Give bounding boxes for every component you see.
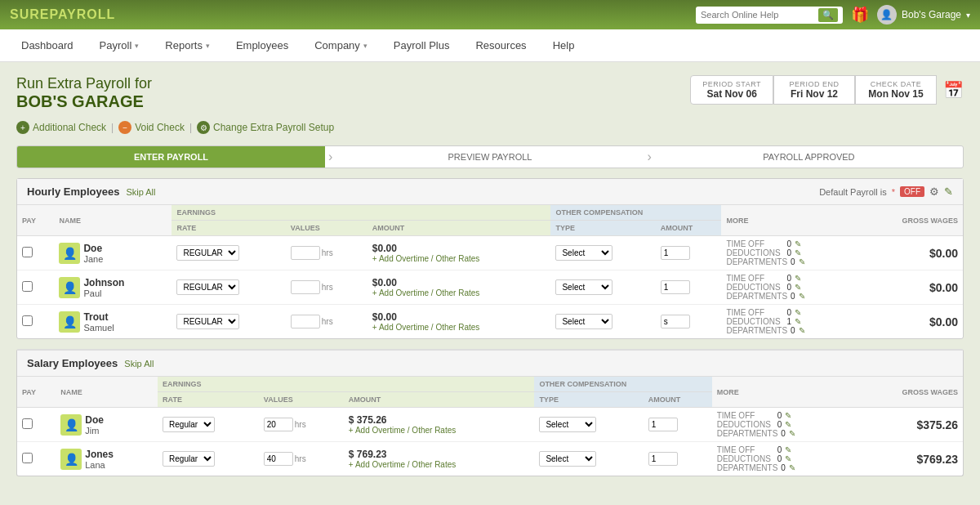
table-row: 👤 Doe Jane REGULARhrs$0.00+ Add Overtime…: [17, 236, 963, 270]
deductions-edit-icon[interactable]: ✎: [795, 283, 801, 292]
nav-company[interactable]: Company▾: [301, 29, 381, 61]
type-cell: Select: [550, 236, 655, 270]
values-input[interactable]: [291, 280, 320, 294]
nav-help[interactable]: Help: [540, 29, 588, 61]
nav-payroll-plus[interactable]: Payroll Plus: [381, 29, 463, 61]
type-select[interactable]: Select: [539, 451, 596, 467]
departments-label: DEPARTMENTS: [726, 326, 787, 335]
nav-resources[interactable]: Resources: [462, 29, 539, 61]
comp-amount-cell: [644, 408, 712, 442]
col-name-s: NAME: [56, 377, 158, 408]
values-input[interactable]: [264, 418, 293, 431]
person-icon: 👤: [65, 418, 78, 431]
pencil-button[interactable]: ✎: [944, 185, 953, 198]
time-off-edit-icon[interactable]: ✎: [795, 239, 801, 248]
nav-reports[interactable]: Reports▾: [152, 29, 223, 61]
sub-col-rate: RATE: [172, 221, 285, 236]
salary-table: PAY NAME EARNINGS OTHER COMPENSATION MOR…: [17, 377, 963, 476]
values-input[interactable]: [291, 246, 320, 260]
deductions-edit-icon[interactable]: ✎: [785, 454, 791, 463]
deductions-edit-icon[interactable]: ✎: [785, 420, 791, 429]
nav-dashboard[interactable]: Dashboard: [8, 29, 87, 61]
departments-edit-icon[interactable]: ✎: [799, 257, 805, 266]
action-links: + Additional Check | − Void Check | ⚙ Ch…: [16, 121, 964, 134]
gross-cell: $0.00: [860, 270, 963, 305]
pay-checkbox[interactable]: [22, 453, 33, 463]
name-cell: 👤 Johnson Paul: [54, 270, 172, 305]
deductions-edit-icon[interactable]: ✎: [795, 248, 801, 257]
comp-amount-input[interactable]: [648, 418, 678, 431]
hourly-skip-all[interactable]: Skip All: [126, 187, 155, 197]
departments-edit-icon[interactable]: ✎: [799, 326, 805, 335]
add-overtime-link[interactable]: + Add Overtime / Other Rates: [349, 460, 530, 469]
rate-select[interactable]: REGULAR: [176, 314, 239, 329]
plus-icon: +: [16, 121, 29, 134]
emp-first-name: Lana: [85, 460, 114, 470]
rate-select[interactable]: Regular: [163, 417, 215, 432]
deductions-value: 0: [786, 283, 791, 292]
comp-amount-input[interactable]: [661, 280, 690, 294]
departments-edit-icon[interactable]: ✎: [799, 292, 805, 301]
comp-amount-input[interactable]: [661, 246, 690, 260]
rate-select[interactable]: Regular: [163, 451, 215, 467]
departments-edit-icon[interactable]: ✎: [789, 463, 795, 472]
chevron-down-icon: ▾: [966, 11, 970, 20]
type-select[interactable]: Select: [539, 417, 596, 432]
gear-button[interactable]: ⚙: [929, 185, 939, 198]
salary-section-header: Salary Employees Skip All: [17, 351, 963, 377]
void-check-link[interactable]: − Void Check: [118, 121, 185, 134]
pay-checkbox[interactable]: [22, 418, 33, 429]
add-overtime-link[interactable]: + Add Overtime / Other Rates: [372, 323, 546, 332]
more-cell: TIME OFF 0 ✎ DEDUCTIONS 0 ✎ DEPARTMENTS …: [712, 442, 856, 476]
progress-bar: ENTER PAYROLL › PREVIEW PAYROLL › PAYROL…: [16, 145, 964, 168]
time-off-value: 0: [786, 274, 791, 283]
search-input[interactable]: [701, 10, 815, 20]
pay-cell: [17, 442, 56, 476]
add-overtime-link[interactable]: + Add Overtime / Other Rates: [372, 288, 546, 297]
comp-amount-input[interactable]: [648, 452, 678, 466]
comp-amount-cell: [656, 236, 722, 270]
deductions-edit-icon[interactable]: ✎: [795, 317, 801, 326]
gross-cell: $0.00: [860, 236, 963, 270]
time-off-edit-icon[interactable]: ✎: [785, 411, 791, 420]
salary-title: Salary Employees: [27, 357, 118, 369]
type-select[interactable]: Select: [555, 314, 612, 329]
calendar-icon[interactable]: 📅: [943, 80, 964, 100]
nav-employees[interactable]: Employees: [223, 29, 301, 61]
rate-select[interactable]: REGULAR: [176, 245, 239, 261]
values-cell: hrs: [286, 305, 368, 339]
time-off-edit-icon[interactable]: ✎: [795, 274, 801, 283]
comp-amount-input[interactable]: [661, 315, 690, 328]
amount-value: $0.00: [372, 277, 397, 288]
asterisk-icon: *: [892, 187, 895, 197]
add-overtime-link[interactable]: + Add Overtime / Other Rates: [372, 254, 546, 263]
time-off-label: TIME OFF: [726, 308, 783, 317]
pay-checkbox[interactable]: [22, 281, 33, 292]
pay-checkbox[interactable]: [22, 315, 33, 326]
rate-select[interactable]: REGULAR: [176, 279, 239, 295]
salary-skip-all[interactable]: Skip All: [124, 359, 154, 369]
values-input[interactable]: [264, 452, 293, 466]
values-input[interactable]: [291, 315, 320, 328]
type-select[interactable]: Select: [555, 245, 612, 261]
table-row: 👤 Johnson Paul REGULARhrs$0.00+ Add Over…: [17, 270, 963, 305]
time-off-edit-icon[interactable]: ✎: [785, 445, 791, 454]
add-overtime-link[interactable]: + Add Overtime / Other Rates: [349, 426, 530, 435]
pay-checkbox[interactable]: [22, 247, 33, 257]
time-off-label: TIME OFF: [726, 239, 783, 248]
sub-col-values-s: VALUES: [259, 392, 344, 408]
time-off-value: 0: [786, 308, 791, 317]
deductions-value: 1: [786, 317, 791, 326]
search-button[interactable]: 🔍: [818, 8, 838, 22]
additional-check-link[interactable]: + Additional Check: [16, 121, 106, 134]
type-select[interactable]: Select: [555, 279, 612, 295]
more-cell: TIME OFF 0 ✎ DEDUCTIONS 1 ✎ DEPARTMENTS …: [721, 305, 859, 339]
time-off-edit-icon[interactable]: ✎: [795, 308, 801, 317]
gift-icon[interactable]: 🎁: [851, 6, 869, 24]
departments-edit-icon[interactable]: ✎: [789, 429, 795, 438]
nav-payroll[interactable]: Payroll▾: [87, 29, 153, 61]
user-area[interactable]: 👤 Bob's Garage ▾: [877, 5, 970, 25]
change-setup-link[interactable]: ⚙ Change Extra Payroll Setup: [197, 121, 334, 134]
hrs-label: hrs: [322, 283, 333, 292]
off-badge: OFF: [900, 186, 924, 197]
